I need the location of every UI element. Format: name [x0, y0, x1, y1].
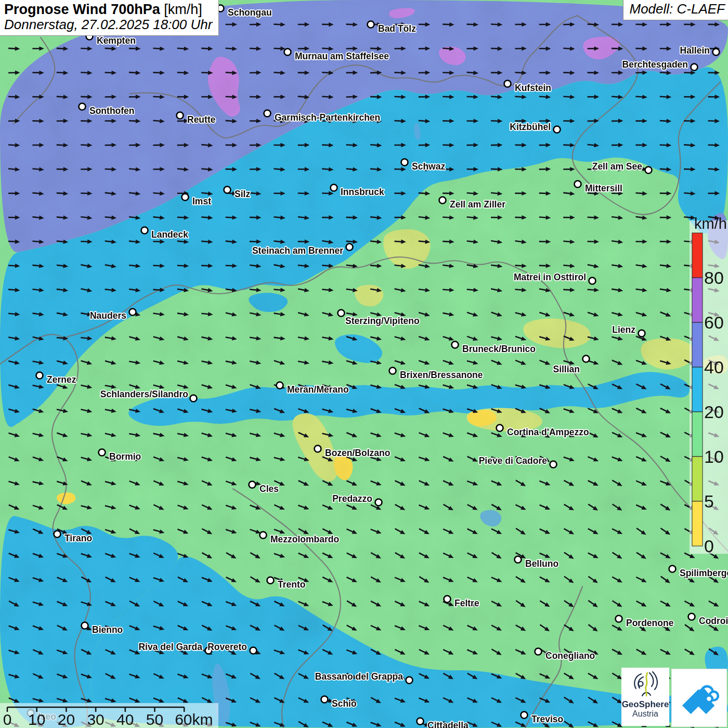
city-label: Murnau am Staffelsee	[295, 51, 389, 61]
legend-tick-label: 5	[704, 491, 714, 511]
city-marker	[82, 622, 88, 629]
valid-datetime: Donnerstag, 27.02.2025 18:00 Uhr	[4, 17, 212, 32]
city-label: Sterzing/Vipiteno	[345, 316, 420, 326]
geosphere-country: Austria	[632, 709, 658, 719]
legend-tick-label: 10	[704, 447, 724, 466]
title-text: Prognose Wind 700hPa	[4, 2, 160, 17]
city-marker	[54, 531, 61, 538]
city-label: Schlanders/Silandro	[100, 389, 188, 399]
city-label: Rovereto	[207, 642, 247, 652]
city-marker	[260, 532, 267, 539]
city-marker	[99, 449, 106, 456]
geosphere-contours-icon	[631, 670, 660, 699]
city-label: Kempten	[97, 35, 136, 46]
city-label: Tirano	[64, 533, 92, 543]
legend-segment-10	[692, 412, 703, 457]
partner-logo	[671, 669, 727, 727]
legend-tick-label: 80	[704, 268, 724, 288]
scalebar-label: 10	[28, 711, 45, 728]
city-label: Zernez	[47, 374, 76, 385]
city-label: Bad Tölz	[378, 23, 416, 34]
city-marker	[331, 185, 337, 191]
city-marker	[182, 194, 189, 201]
city-marker	[688, 614, 695, 620]
map-title: Prognose Wind 700hPa [km/h]	[4, 2, 212, 17]
city-label: Kitzbühel	[510, 122, 551, 132]
city-marker	[589, 278, 596, 284]
city-label: Bassano del Grappa	[315, 671, 403, 682]
geosphere-logo: GeoSphere Austria	[621, 668, 669, 726]
city-label: Cortina d'Ampezzo	[507, 427, 589, 437]
city-pieve-di-cadore: Pieve di Cadore	[479, 456, 557, 468]
city-marker	[129, 309, 136, 316]
city-label: Imst	[192, 196, 211, 206]
scalebar-label: 40	[116, 711, 134, 728]
city-marker	[177, 112, 184, 119]
city-marker	[616, 616, 622, 622]
city-bruneck-brunico: Bruneck/Brunico	[452, 342, 536, 355]
scalebar-label: 0	[3, 711, 12, 728]
city-marker	[284, 49, 291, 56]
city-matrei-in-osttirol: Matrei in Osttirol	[514, 272, 596, 284]
city-label: Predazzo	[332, 493, 372, 504]
city-marker	[521, 712, 528, 719]
city-bozen-bolzano: Bozen/Bolzano	[315, 446, 391, 459]
city-marker	[375, 499, 382, 506]
wind-forecast-map: SchongauBad TölzKemptenMurnau am Staffel…	[0, 0, 728, 728]
city-label: Bruneck/Brunico	[462, 344, 536, 354]
city-marker	[583, 356, 590, 362]
city-marker	[406, 677, 413, 684]
city-marker	[315, 446, 321, 452]
city-bassano-del-grappa: Bassano del Grappa	[315, 671, 413, 684]
city-murnau-am-staffelsee: Murnau am Staffelsee	[284, 49, 389, 62]
city-label: Cittadella	[427, 720, 469, 728]
legend-segment-60	[692, 278, 703, 322]
title-box: Prognose Wind 700hPa [km/h] Donnerstag, …	[0, 0, 219, 36]
city-steinach-am-brenner: Steinach am Brenner	[252, 244, 353, 256]
city-marker	[417, 718, 424, 725]
legend-unit: km/h	[694, 215, 727, 232]
city-label: Landeck	[151, 229, 188, 240]
city-label: Pieve di Cadore	[479, 456, 548, 466]
city-marker	[277, 382, 283, 389]
title-unit: [km/h]	[160, 2, 202, 17]
geosphere-name: GeoSphere	[622, 700, 669, 709]
city-marker	[401, 159, 408, 166]
city-meran-merano: Meran/Merano	[277, 382, 349, 395]
city-label: Kufstein	[515, 83, 551, 93]
city-marker	[444, 596, 451, 603]
city-marker	[535, 648, 542, 655]
city-label: Lienz	[612, 324, 635, 335]
legend-tick-label: 0	[704, 536, 714, 556]
legend-tick-label: 60	[704, 313, 724, 332]
city-marker	[645, 167, 652, 174]
city-label: Feltre	[454, 598, 479, 608]
city-marker	[338, 310, 345, 317]
legend-segment-5	[692, 457, 703, 501]
scalebar-label: 30	[87, 711, 104, 728]
color-legend: km/h806040201050	[690, 215, 728, 556]
city-label: Bormio	[109, 451, 141, 462]
city-marker	[550, 461, 557, 468]
city-brixen-bressanone: Brixen/Bressanone	[389, 368, 483, 381]
city-marker	[389, 368, 396, 374]
city-label: Sillian	[553, 364, 580, 374]
city-marker	[515, 556, 522, 563]
city-label: Sonthofen	[89, 106, 135, 116]
city-marker	[713, 49, 720, 56]
city-label: Schwaz	[412, 161, 445, 172]
city-label: Bienno	[92, 625, 123, 635]
city-label: Zell am See	[592, 161, 643, 172]
city-label: Schio	[332, 698, 357, 709]
city-marker	[669, 566, 676, 573]
city-marker	[497, 425, 503, 432]
city-label: Innsbruck	[341, 187, 384, 197]
city-marker	[439, 197, 446, 204]
legend-segment-40	[692, 322, 703, 367]
city-label: Hallein	[680, 45, 710, 56]
city-label: Spilimbergo	[680, 568, 728, 578]
city-marker	[346, 244, 353, 251]
city-label: Reutte	[187, 114, 216, 125]
city-cortina-d-ampezzo: Cortina d'Ampezzo	[497, 425, 589, 438]
legend-tick-label: 40	[704, 357, 724, 377]
